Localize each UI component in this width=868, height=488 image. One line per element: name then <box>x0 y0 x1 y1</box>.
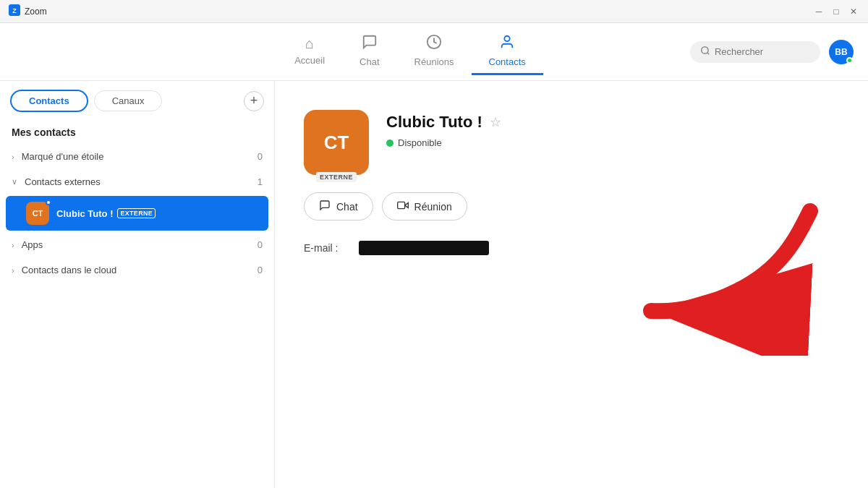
favorite-star-icon[interactable]: ☆ <box>490 114 501 130</box>
close-button[interactable]: ✕ <box>848 6 859 17</box>
chat-button[interactable]: Chat <box>304 192 373 221</box>
contact-name-row: Clubic Tuto ! ☆ <box>386 113 501 132</box>
search-input[interactable] <box>715 46 801 57</box>
tab-reunions-label: Réunions <box>414 56 454 67</box>
nav-right: BB <box>690 40 854 64</box>
tab-accueil[interactable]: ⌂ Accueil <box>277 30 342 74</box>
red-arrow-annotation <box>593 197 825 356</box>
zoom-logo-icon: Z <box>9 4 20 18</box>
chat-icon <box>362 34 378 53</box>
notification-dot <box>46 200 51 205</box>
sidebar-item-starred-label: Marqué d'une étoile <box>22 151 104 162</box>
video-icon <box>397 200 409 213</box>
nav-tabs: ⌂ Accueil Chat Réunions Contacts <box>277 28 543 75</box>
action-buttons: Chat Réunion <box>304 192 839 221</box>
sidebar: Contacts Canaux + Mes contacts › Marqué … <box>0 81 275 488</box>
sidebar-tab-contacts[interactable]: Contacts <box>10 90 88 112</box>
sidebar-item-apps-label: Apps <box>22 239 43 250</box>
plus-icon: + <box>250 93 258 108</box>
svg-point-3 <box>504 36 509 41</box>
sidebar-item-cloud[interactable]: › Contacts dans le cloud 0 <box>0 257 274 283</box>
chevron-right-icon-cloud: › <box>12 266 14 275</box>
email-row: E-mail : <box>304 241 839 255</box>
sidebar-item-external-label: Contacts externes <box>25 176 101 187</box>
reunion-button[interactable]: Réunion <box>382 192 467 221</box>
sidebar-tabs: Contacts Canaux + <box>0 81 274 121</box>
contact-info: Clubic Tuto ! ☆ Disponible <box>386 110 501 148</box>
svg-line-5 <box>707 52 710 54</box>
contacts-icon <box>499 34 515 53</box>
sidebar-item-starred[interactable]: › Marqué d'une étoile 0 <box>0 144 274 169</box>
chevron-right-icon: › <box>12 153 14 161</box>
maximize-button[interactable]: □ <box>830 6 842 17</box>
chat-btn-icon <box>319 200 331 213</box>
chevron-right-icon-apps: › <box>12 241 14 249</box>
search-icon <box>700 46 710 59</box>
section-title: Mes contacts <box>0 121 274 144</box>
status-indicator <box>846 57 853 64</box>
svg-point-4 <box>702 46 708 53</box>
avatar[interactable]: BB <box>829 40 854 64</box>
home-icon: ⌂ <box>305 35 314 52</box>
clock-icon <box>426 34 442 53</box>
contact-status: Disponible <box>386 137 501 148</box>
status-dot-icon <box>386 140 393 147</box>
add-contact-button[interactable]: + <box>244 91 264 111</box>
tab-contacts-label: Contacts <box>489 56 526 67</box>
svg-text:Z: Z <box>12 7 17 14</box>
avatar-initials-large: CT <box>324 132 349 154</box>
contact-full-name: Clubic Tuto ! <box>386 113 482 132</box>
contact-list-item[interactable]: CT Clubic Tuto ! EXTERNE <box>6 196 268 231</box>
sidebar-item-apps[interactable]: › Apps 0 <box>0 232 274 257</box>
contact-detail: CT EXTERNE Clubic Tuto ! ☆ Disponible C <box>275 81 868 488</box>
minimize-button[interactable]: ─ <box>813 6 825 17</box>
sidebar-item-cloud-label: Contacts dans le cloud <box>22 265 117 275</box>
main-layout: Contacts Canaux + Mes contacts › Marqué … <box>0 81 868 488</box>
email-label: E-mail : <box>304 242 347 254</box>
topnav: ⌂ Accueil Chat Réunions Contacts <box>0 23 868 81</box>
external-count: 1 <box>258 176 263 187</box>
status-text: Disponible <box>398 137 442 148</box>
svg-rect-7 <box>397 202 404 208</box>
contact-avatar-small: CT <box>26 202 49 225</box>
tab-accueil-label: Accueil <box>294 55 325 66</box>
apps-count: 0 <box>258 239 263 250</box>
window-controls: ─ □ ✕ <box>813 6 859 17</box>
tab-reunions[interactable]: Réunions <box>397 28 472 75</box>
starred-count: 0 <box>258 151 263 162</box>
contact-list-name: Clubic Tuto ! <box>56 208 113 219</box>
externe-label: EXTERNE <box>316 172 357 182</box>
search-box[interactable] <box>690 41 820 63</box>
tab-chat-label: Chat <box>359 56 379 67</box>
externe-badge-small: EXTERNE <box>117 208 156 218</box>
avatar-initials: BB <box>835 47 847 57</box>
sidebar-item-external[interactable]: ∨ Contacts externes 1 <box>0 169 274 194</box>
contact-avatar-large: CT EXTERNE <box>304 110 369 175</box>
tab-contacts[interactable]: Contacts <box>472 28 543 75</box>
tab-chat[interactable]: Chat <box>342 28 396 75</box>
chat-btn-label: Chat <box>336 201 358 213</box>
reunion-btn-label: Réunion <box>414 201 452 213</box>
svg-marker-6 <box>404 203 408 208</box>
cloud-count: 0 <box>258 265 263 275</box>
titlebar-left: Z Zoom <box>9 4 47 18</box>
chevron-down-icon: ∨ <box>12 177 17 187</box>
email-redacted-value <box>359 241 489 255</box>
sidebar-tab-canaux[interactable]: Canaux <box>94 90 163 111</box>
titlebar: Z Zoom ─ □ ✕ <box>0 0 868 23</box>
app-title: Zoom <box>25 7 47 17</box>
contact-header: CT EXTERNE Clubic Tuto ! ☆ Disponible <box>304 110 839 175</box>
avatar-initials-small: CT <box>33 209 43 218</box>
